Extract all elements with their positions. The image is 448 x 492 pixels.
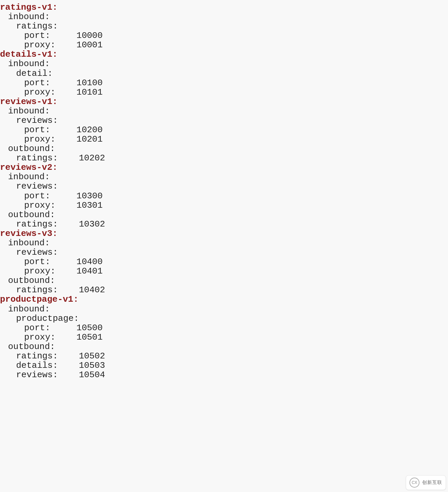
yaml-line: ratings: 10202	[0, 153, 448, 163]
yaml-line: reviews:	[0, 248, 448, 257]
yaml-line: inbound:	[0, 238, 448, 248]
watermark-logo-icon: CX	[409, 478, 419, 488]
yaml-line: details: 10503	[0, 361, 448, 370]
yaml-line: proxy: 10301	[0, 201, 448, 210]
yaml-line: proxy: 10401	[0, 266, 448, 276]
code-block: { "sections":[ {"root":"ratings-v1:","li…	[0, 0, 448, 492]
yaml-line: port: 10500	[0, 323, 448, 333]
yaml-line: port: 10400	[0, 257, 448, 266]
yaml-line: reviews:	[0, 182, 448, 191]
yaml-root-key: reviews-v1:	[0, 97, 448, 106]
yaml-line: outbound:	[0, 342, 448, 351]
yaml-line: inbound:	[0, 304, 448, 314]
yaml-line: port: 10000	[0, 31, 448, 40]
yaml-line: ratings: 10302	[0, 219, 448, 229]
yaml-line: ratings: 10502	[0, 351, 448, 361]
yaml-config: ratings-v1:inbound:ratings:port: 10000pr…	[0, 3, 448, 380]
yaml-line: outbound:	[0, 276, 448, 285]
yaml-root-key: reviews-v2:	[0, 163, 448, 172]
yaml-line: productpage:	[0, 314, 448, 323]
yaml-line: outbound:	[0, 144, 448, 153]
watermark-text: 创新互联	[422, 480, 442, 485]
yaml-line: detail:	[0, 69, 448, 78]
yaml-line: port: 10200	[0, 125, 448, 135]
yaml-line: inbound:	[0, 59, 448, 68]
yaml-line: port: 10100	[0, 78, 448, 88]
yaml-line: inbound:	[0, 172, 448, 182]
yaml-line: inbound:	[0, 12, 448, 21]
yaml-line: proxy: 10001	[0, 40, 448, 50]
yaml-line: proxy: 10501	[0, 333, 448, 342]
yaml-line: proxy: 10101	[0, 88, 448, 97]
yaml-line: port: 10300	[0, 191, 448, 201]
yaml-line: ratings: 10402	[0, 285, 448, 295]
yaml-line: outbound:	[0, 210, 448, 219]
yaml-root-key: reviews-v3:	[0, 229, 448, 238]
yaml-root-key: details-v1:	[0, 50, 448, 59]
yaml-root-key: productpage-v1:	[0, 295, 448, 304]
yaml-line: inbound:	[0, 106, 448, 116]
yaml-line: ratings:	[0, 21, 448, 31]
yaml-root-key: ratings-v1:	[0, 3, 448, 12]
yaml-line: reviews:	[0, 116, 448, 125]
yaml-line: proxy: 10201	[0, 135, 448, 144]
watermark-badge: CX 创新互联	[406, 475, 446, 490]
yaml-line: reviews: 10504	[0, 370, 448, 380]
